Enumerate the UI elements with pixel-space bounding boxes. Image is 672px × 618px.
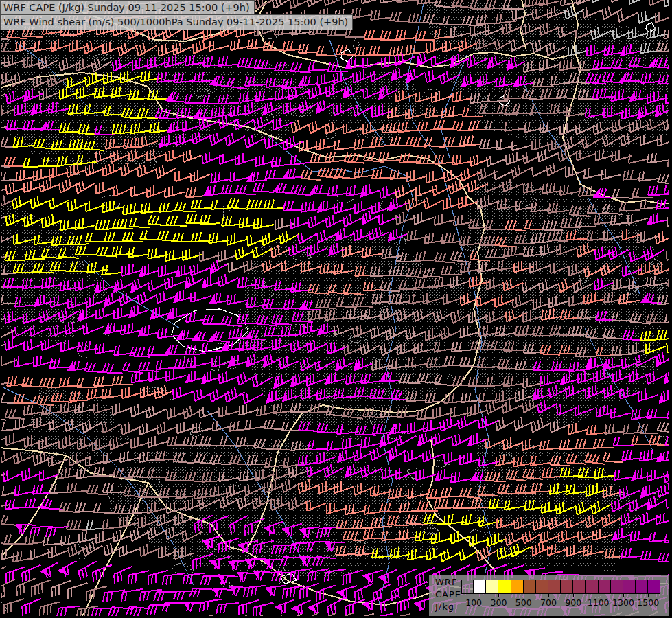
legend-tick-label: 1100 [588,597,610,608]
legend-color-box [611,580,623,594]
wrf-weather-map-screen: WRF CAPE (J/kg) Sunday 09-11-2025 15:00 … [0,0,672,618]
cape-legend: WRF CAPE J/kg 10030050070090011001300150… [429,575,669,616]
legend-color-box [536,580,548,594]
legend-tick-label: 500 [515,597,532,608]
legend-color-box [474,580,486,594]
legend-color-box [623,580,636,594]
legend-title: WRF CAPE J/kg [435,576,461,613]
legend-color-box [498,580,511,594]
legend-model-label: WRF [435,576,461,588]
weather-map [0,0,672,618]
legend-color-box [486,580,498,594]
header-windshear-title: WRF Wind shear (m/s) 500/1000hPa Sunday … [0,14,353,30]
legend-tick-label: 300 [491,597,507,608]
legend-color-box [573,580,586,594]
legend-tick-label: 700 [540,597,557,608]
legend-color-box [636,580,648,594]
legend-color-box [548,580,561,594]
legend-color-box [648,580,660,594]
legend-units-label: J/kg [435,601,461,613]
legend-tick-label: 100 [465,597,482,608]
legend-tick-label: 900 [565,597,581,608]
header-line1-label: WRF CAPE (J/kg) Sunday 09-11-2025 15:00 … [3,2,250,13]
legend-color-box [561,580,573,594]
legend-color-box [524,580,536,594]
legend-tick-label: 1500 [637,597,659,608]
legend-color-box [586,580,598,594]
header-cape-title: WRF CAPE (J/kg) Sunday 09-11-2025 15:00 … [0,0,255,16]
legend-color-scale [461,580,660,594]
legend-color-box [599,580,611,594]
header-line2-label: WRF Wind shear (m/s) 500/1000hPa Sunday … [3,16,348,27]
legend-tick-label: 1300 [612,597,634,608]
legend-variable-label: CAPE [435,588,461,601]
legend-color-box [511,580,524,594]
legend-color-box [461,580,474,594]
